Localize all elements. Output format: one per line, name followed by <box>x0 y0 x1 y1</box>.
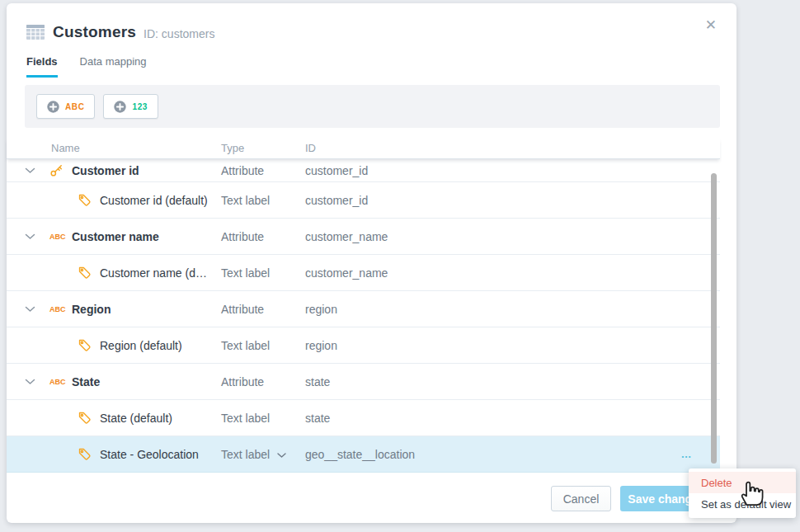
modal-header: Customers ID: customers ✕ <box>7 3 736 41</box>
tag-icon <box>78 338 100 352</box>
field-type: Text label <box>221 266 270 280</box>
field-type: Text label <box>221 339 270 352</box>
name-cell: ABCCustomer name <box>7 230 221 243</box>
abc-icon: ABC <box>49 378 72 386</box>
name-cell: ABCRegion <box>7 303 221 316</box>
name-cell: Region (default) <box>7 338 221 352</box>
tabs: FieldsData mapping <box>7 55 736 78</box>
add-attribute-button[interactable]: ABC <box>36 94 95 119</box>
name-cell: Customer id <box>7 163 221 177</box>
field-type: Attribute <box>221 375 264 388</box>
tab-data-mapping[interactable]: Data mapping <box>80 55 147 78</box>
field-id: customer_id <box>305 194 368 207</box>
field-type-cell: Attribute <box>221 375 305 388</box>
field-id: state <box>305 375 330 388</box>
abc-icon-glyph: ABC <box>49 305 66 313</box>
add-fact-label: 123 <box>132 102 148 111</box>
add-field-toolbar: ABC123 <box>25 85 720 128</box>
field-type: Text label <box>221 412 270 425</box>
table-row-state[interactable]: ABCStateAttributestate <box>7 364 720 400</box>
chevron-down-icon <box>277 448 286 461</box>
abc-icon: ABC <box>49 305 72 313</box>
modal-title: Customers <box>53 23 136 41</box>
column-header-name: Name <box>51 142 80 154</box>
key-icon <box>49 163 72 177</box>
field-name: Customer id (default) <box>100 194 208 207</box>
table-row-state-default[interactable]: State (default)Text labelstate <box>7 400 720 436</box>
tag-icon <box>78 411 100 425</box>
table-row-region[interactable]: ABCRegionAttributeregion <box>7 291 720 327</box>
plus-circle-icon <box>47 101 59 113</box>
field-type-cell: Attribute <box>221 303 305 316</box>
name-cell: ABCState <box>7 375 221 388</box>
name-cell: Customer id (default) <box>7 193 221 207</box>
expand-chevron-icon[interactable] <box>25 379 36 385</box>
expand-chevron-icon[interactable] <box>25 233 36 240</box>
field-name: State <box>72 375 100 388</box>
context-menu: DeleteSet as default view <box>689 468 796 518</box>
field-type-cell: Attribute <box>221 230 305 243</box>
field-rows: Customer idAttributecustomer_idCustomer … <box>7 159 720 473</box>
field-type-cell: Text label <box>221 266 305 280</box>
abc-icon-glyph: ABC <box>49 233 66 241</box>
table-row-customer-name-d[interactable]: Customer name (d…Text labelcustomer_name <box>7 255 720 291</box>
field-id: state <box>305 412 330 425</box>
field-name: State - Geolocation <box>100 448 199 461</box>
name-cell: State - Geolocation <box>7 447 221 461</box>
menu-item-set-as-default-view[interactable]: Set as default view <box>689 493 796 515</box>
field-type-cell: Text label <box>221 339 305 352</box>
field-type: Attribute <box>221 230 264 243</box>
field-type: Text label <box>221 194 270 207</box>
field-type: Attribute <box>221 303 264 316</box>
abc-icon-glyph: ABC <box>49 378 66 386</box>
tag-icon <box>78 266 100 280</box>
dataset-modal: Customers ID: customers ✕ FieldsData map… <box>7 3 736 523</box>
vertical-scrollbar[interactable] <box>711 173 717 464</box>
table-header: NameTypeID <box>7 139 720 159</box>
field-type: Text label <box>221 448 270 461</box>
table-row-customer-id[interactable]: Customer idAttributecustomer_id <box>7 159 720 182</box>
more-button[interactable]: … <box>681 448 694 460</box>
field-name: Region (default) <box>100 339 182 352</box>
plus-circle-icon <box>114 101 126 113</box>
abc-icon: ABC <box>49 233 72 241</box>
table-row-customer-name[interactable]: ABCCustomer nameAttributecustomer_name <box>7 219 720 255</box>
field-type-cell: Attribute <box>221 164 305 177</box>
field-id: customer_name <box>305 266 388 280</box>
field-name: Region <box>72 303 111 316</box>
field-id: customer_id <box>305 164 368 177</box>
dataset-id-label: ID: customers <box>144 25 214 40</box>
field-id: customer_name <box>305 230 388 243</box>
column-header-type: Type <box>221 142 244 154</box>
field-type-cell: Text label <box>221 194 305 207</box>
name-cell: State (default) <box>7 411 221 425</box>
field-type: Attribute <box>221 164 264 177</box>
menu-item-delete[interactable]: Delete <box>689 472 796 493</box>
field-id: geo__state__location <box>305 448 415 461</box>
field-name: Customer id <box>72 164 139 177</box>
tab-fields[interactable]: Fields <box>26 55 58 78</box>
dataset-table-icon <box>26 25 45 40</box>
field-name: Customer name (d… <box>100 266 207 280</box>
tag-icon <box>78 193 100 207</box>
field-name: Customer name <box>72 230 159 243</box>
close-icon[interactable]: ✕ <box>705 18 717 32</box>
field-type-cell: Text label <box>221 412 305 425</box>
table-row-state-geolocation[interactable]: State - GeolocationText labelgeo__state_… <box>7 436 720 473</box>
add-attribute-label: ABC <box>65 102 84 111</box>
field-id: region <box>305 303 337 316</box>
table-row-customer-id-default[interactable]: Customer id (default)Text labelcustomer_… <box>7 182 720 219</box>
field-name: State (default) <box>100 412 172 425</box>
cancel-button[interactable]: Cancel <box>551 486 611 511</box>
add-fact-button[interactable]: 123 <box>103 94 158 119</box>
tag-icon <box>78 447 100 461</box>
name-cell: Customer name (d… <box>7 266 221 280</box>
field-id: region <box>305 339 337 352</box>
expand-chevron-icon[interactable] <box>25 306 36 313</box>
column-header-id: ID <box>305 142 316 154</box>
table-row-region-default[interactable]: Region (default)Text labelregion <box>7 327 720 364</box>
expand-chevron-icon[interactable] <box>25 167 36 174</box>
type-select[interactable]: Text label <box>221 448 305 461</box>
